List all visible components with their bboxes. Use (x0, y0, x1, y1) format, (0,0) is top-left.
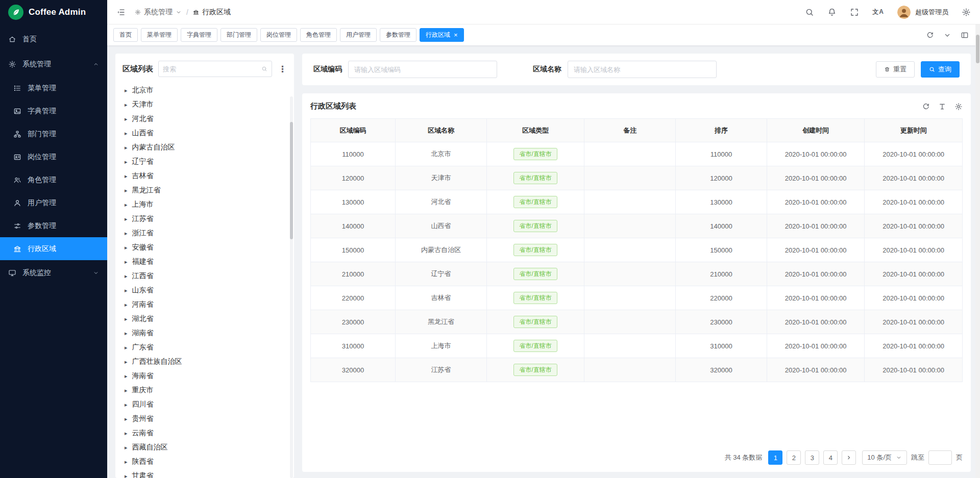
breadcrumb-parent[interactable]: 系统管理 (135, 8, 182, 17)
page-button[interactable]: 4 (823, 450, 838, 465)
sidebar-item-user-mgmt[interactable]: 用户管理 (0, 191, 107, 214)
tree-item-label: 北京市 (132, 86, 154, 95)
tree-item[interactable]: ▸湖北省 (122, 312, 288, 326)
tab-item[interactable]: 角色管理 (300, 28, 337, 42)
main-area: 系统管理 / 行政区域 文A 超级管理员 (107, 0, 980, 478)
tree-item[interactable]: ▸河北省 (122, 112, 288, 126)
tab-item[interactable]: 字典管理 (181, 28, 217, 42)
tree-item[interactable]: ▸上海市 (122, 197, 288, 212)
translate-icon[interactable]: 文A (872, 8, 884, 16)
bell-icon[interactable] (827, 8, 837, 17)
cell-updated-time: 2020-10-01 00:00:00 (865, 190, 963, 214)
tree-item[interactable]: ▸浙江省 (122, 226, 288, 240)
caret-right-icon: ▸ (125, 473, 128, 478)
sidebar-item-monitor[interactable]: 系统监控 (0, 260, 107, 285)
cell-updated-time: 2020-10-01 00:00:00 (865, 166, 963, 190)
refresh-icon[interactable] (926, 31, 934, 39)
refresh-icon[interactable] (922, 103, 930, 111)
tree-item-label: 辽宁省 (132, 157, 154, 166)
column-settings-gear-icon[interactable] (954, 103, 963, 111)
tree-item[interactable]: ▸云南省 (122, 426, 288, 440)
tab-item[interactable]: 首页 (113, 28, 138, 42)
tree-item[interactable]: ▸安徽省 (122, 240, 288, 255)
tab-item[interactable]: 行政区域× (420, 28, 464, 42)
tree-item[interactable]: ▸江西省 (122, 269, 288, 283)
jump-page-input[interactable] (928, 450, 952, 465)
tab-item[interactable]: 部门管理 (220, 28, 257, 42)
tree-item[interactable]: ▸江苏省 (122, 212, 288, 226)
tree-item-label: 江西省 (132, 271, 154, 281)
region-code-label: 区域编码 (313, 65, 342, 74)
sidebar-collapse-icon[interactable] (116, 8, 126, 17)
tree-item[interactable]: ▸天津市 (122, 97, 288, 112)
page-size-select[interactable]: 10 条/页 (862, 450, 907, 465)
tree-scrollbar-thumb[interactable] (290, 122, 293, 239)
tree-item[interactable]: ▸吉林省 (122, 169, 288, 183)
page-scrollbar-thumb[interactable] (976, 35, 979, 63)
tree-item[interactable]: ▸甘肃省 (122, 469, 288, 478)
search-icon[interactable] (805, 8, 814, 17)
tree-item[interactable]: ▸河南省 (122, 297, 288, 312)
tab-actions-chevron-icon[interactable] (943, 31, 951, 39)
page-button[interactable]: 1 (768, 450, 782, 465)
sidebar-item-role-mgmt[interactable]: 角色管理 (0, 168, 107, 191)
layout-toggle-icon[interactable] (961, 31, 969, 39)
tree-search-input[interactable] (163, 65, 258, 73)
density-icon[interactable] (938, 103, 946, 111)
tree-item[interactable]: ▸广西壮族自治区 (122, 355, 288, 369)
sidebar-item-param-mgmt[interactable]: 参数管理 (0, 214, 107, 237)
page-button[interactable]: 3 (805, 450, 819, 465)
tab-item[interactable]: 参数管理 (380, 28, 416, 42)
app-logo[interactable]: Coffee Admin (0, 0, 107, 24)
tree-item[interactable]: ▸福建省 (122, 255, 288, 269)
region-code-input[interactable] (348, 61, 497, 78)
tree-item[interactable]: ▸辽宁省 (122, 155, 288, 169)
reset-button[interactable]: 重置 (876, 61, 915, 78)
settings-gear-icon[interactable] (962, 8, 971, 17)
tree-item[interactable]: ▸内蒙古自治区 (122, 140, 288, 155)
content: 区域列表 ⋮ ▸北京市▸天津市▸河北省▸山西省▸内蒙古自治区▸辽宁省▸吉林省▸黑… (107, 45, 980, 478)
tab-item[interactable]: 岗位管理 (260, 28, 297, 42)
tree-item-label: 甘肃省 (132, 471, 154, 478)
filter-bar: 区域编码 区域名称 重置 查询 (302, 54, 971, 85)
region-name-input[interactable] (568, 61, 717, 78)
tree-item[interactable]: ▸山东省 (122, 283, 288, 297)
tab-label: 行政区域 (426, 31, 450, 39)
tree-item[interactable]: ▸西藏自治区 (122, 440, 288, 455)
next-page-button[interactable] (842, 450, 856, 465)
tree-item[interactable]: ▸北京市 (122, 83, 288, 97)
sidebar-item-post-mgmt[interactable]: 岗位管理 (0, 145, 107, 168)
tree-item[interactable]: ▸海南省 (122, 369, 288, 383)
cell-remark (584, 286, 676, 310)
table-row: 220000吉林省省市/直辖市2200002020-10-01 00:00:00… (311, 286, 963, 310)
fullscreen-icon[interactable] (850, 8, 859, 17)
tree-item[interactable]: ▸贵州省 (122, 412, 288, 426)
sidebar-item-dept-mgmt[interactable]: 部门管理 (0, 122, 107, 145)
page-button[interactable]: 2 (787, 450, 801, 465)
tree-scrollbar[interactable] (290, 96, 293, 478)
sidebar-item-dict-mgmt[interactable]: 字典管理 (0, 99, 107, 122)
tree-item[interactable]: ▸重庆市 (122, 383, 288, 397)
cell-region-name: 天津市 (396, 166, 487, 190)
tree-item[interactable]: ▸湖南省 (122, 326, 288, 340)
sidebar-item-region[interactable]: 行政区域 (0, 237, 107, 260)
tree-item[interactable]: ▸广东省 (122, 340, 288, 355)
tab-label: 用户管理 (346, 31, 371, 39)
tree-item[interactable]: ▸陕西省 (122, 455, 288, 469)
query-button[interactable]: 查询 (921, 61, 960, 78)
tree-item[interactable]: ▸黑龙江省 (122, 183, 288, 197)
tab-item[interactable]: 用户管理 (340, 28, 377, 42)
sidebar-item-menu-mgmt[interactable]: 菜单管理 (0, 77, 107, 99)
user-menu[interactable]: 超级管理员 (897, 6, 948, 19)
page-scrollbar[interactable] (975, 24, 980, 478)
tree-item[interactable]: ▸四川省 (122, 397, 288, 412)
more-options-icon[interactable]: ⋮ (277, 64, 288, 74)
tree-item-label: 西藏自治区 (132, 443, 168, 452)
sidebar-item-home[interactable]: 首页 (0, 27, 107, 52)
pagination: 共 34 条数据 1234 10 条/页 跳至 页 (310, 443, 963, 465)
tree-item[interactable]: ▸山西省 (122, 126, 288, 140)
tab-close-icon[interactable]: × (454, 32, 458, 38)
search-icon[interactable] (261, 66, 267, 72)
sidebar-item-system[interactable]: 系统管理 (0, 52, 107, 77)
tab-item[interactable]: 菜单管理 (141, 28, 178, 42)
